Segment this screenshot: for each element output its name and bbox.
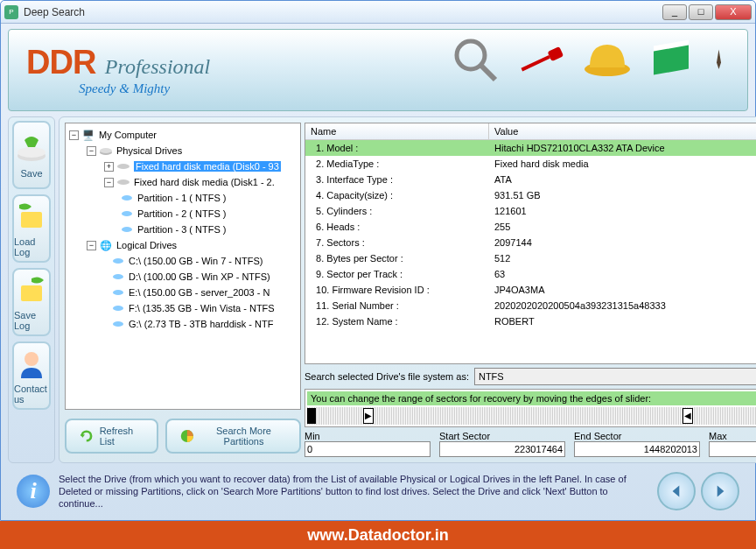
collapse-icon[interactable]: −	[87, 241, 96, 250]
pie-icon	[179, 427, 195, 445]
app-icon: P	[4, 5, 18, 19]
sidebar: Save Load Log Save Log Contact us	[8, 116, 55, 463]
maximize-button[interactable]: □	[689, 4, 713, 20]
minimize-button[interactable]: _	[662, 4, 687, 20]
property-row[interactable]: 8. Bytes per Sector :512	[305, 250, 756, 266]
property-row[interactable]: 11. Serial Number :2020202020200504a3932…	[305, 298, 756, 313]
partition-icon	[120, 193, 134, 203]
load-log-icon	[14, 200, 49, 235]
property-row[interactable]: 7. Sectors :2097144	[305, 235, 756, 250]
load-log-label: Load Log	[14, 236, 49, 257]
drive-icon	[111, 256, 125, 266]
tree-partition[interactable]: Partition - 3 ( NTFS )	[69, 222, 297, 237]
expand-icon[interactable]: +	[104, 162, 114, 172]
drive-tree[interactable]: −🖥️My Computer −Physical Drives +Fixed h…	[65, 123, 301, 410]
min-label: Min	[304, 431, 430, 441]
collapse-icon[interactable]: −	[87, 146, 96, 156]
save-icon	[14, 131, 49, 166]
save-button[interactable]: Save	[12, 121, 51, 189]
slider-min-thumb[interactable]	[307, 408, 316, 424]
property-row[interactable]: 3. Interface Type :ATA	[305, 172, 756, 187]
arrow-left-icon	[667, 482, 686, 501]
contact-us-button[interactable]: Contact us	[12, 341, 51, 410]
property-row[interactable]: 10. Firmware Revision ID :JP4OA3MA	[305, 282, 756, 298]
save-label: Save	[20, 168, 42, 179]
tree-physical[interactable]: −Physical Drives	[69, 143, 297, 158]
max-input[interactable]	[709, 441, 756, 457]
svg-point-20	[113, 274, 123, 279]
property-row[interactable]: 12. System Name :ROBERT	[305, 313, 756, 329]
drive-icon	[111, 287, 125, 298]
property-row[interactable]: 4. Capacity(size) :931.51 GB	[305, 187, 756, 203]
search-more-partitions-button[interactable]: Search More Partitions	[165, 419, 301, 454]
properties-table: Name Value 1. Model :Hitachi HDS721010CL…	[304, 123, 756, 364]
titlebar: P Deep Search _ □ X	[1, 1, 755, 24]
min-input[interactable]	[304, 441, 430, 457]
col-value[interactable]: Value	[489, 123, 756, 139]
book-icon	[647, 34, 699, 87]
save-log-button[interactable]: Save Log	[12, 268, 51, 336]
slider-end-thumb[interactable]: ◀	[682, 408, 693, 424]
tree-partition[interactable]: Partition - 1 ( NTFS )	[69, 190, 297, 206]
svg-rect-2	[521, 55, 550, 71]
next-button[interactable]	[701, 472, 739, 510]
hardhat-icon	[581, 34, 634, 87]
svg-point-15	[117, 179, 130, 185]
tree-root[interactable]: −🖥️My Computer	[69, 127, 297, 143]
tagline: Speedy & Mighty	[79, 81, 210, 96]
save-log-icon	[14, 273, 49, 308]
refresh-list-button[interactable]: Refresh List	[65, 419, 158, 454]
back-button[interactable]	[657, 472, 696, 510]
pen-icon	[712, 34, 738, 87]
sector-slider[interactable]: ▶ ◀	[307, 407, 756, 425]
tree-logical-drive[interactable]: C:\ (150.00 GB - Win 7 - NTFS)	[69, 253, 297, 269]
slider-start-thumb[interactable]: ▶	[363, 408, 374, 424]
end-sector-input[interactable]	[574, 441, 700, 457]
globe-icon: 🌐	[99, 240, 113, 250]
svg-point-8	[18, 147, 46, 158]
close-button[interactable]: X	[715, 4, 752, 20]
svg-line-1	[481, 66, 495, 80]
svg-point-14	[117, 164, 130, 169]
svg-point-17	[122, 211, 132, 216]
filesystem-select[interactable]: NTFS	[474, 368, 756, 385]
tree-logical-drive[interactable]: E:\ (150.00 GB - server_2003 - N	[69, 285, 297, 300]
info-icon: i	[17, 475, 50, 508]
collapse-icon[interactable]: −	[69, 130, 79, 140]
svg-rect-3	[548, 46, 564, 61]
computer-icon: 🖥️	[81, 130, 95, 140]
drive-icon	[111, 271, 125, 282]
svg-rect-10	[21, 285, 42, 301]
tree-logical-drive[interactable]: G:\ (2.73 TB - 3TB harddisk - NTF	[69, 316, 297, 332]
tree-disk1[interactable]: −Fixed hard disk media (Disk1 - 2.	[69, 174, 297, 190]
save-log-label: Save Log	[14, 310, 49, 331]
magnifier-icon	[450, 34, 502, 87]
svg-point-0	[457, 41, 485, 69]
search-more-label: Search More Partitions	[200, 426, 287, 447]
tree-logical-drive[interactable]: D:\ (100.00 GB - Win XP - NTFS)	[69, 269, 297, 285]
tree-logical-drive[interactable]: F:\ (135.35 GB - Win Vista - NTFS	[69, 300, 297, 316]
svg-point-18	[122, 227, 132, 232]
drives-icon	[99, 145, 113, 156]
tree-partition[interactable]: Partition - 2 ( NTFS )	[69, 206, 297, 222]
tree-disk0[interactable]: +Fixed hard disk media (Disk0 - 93	[69, 158, 297, 174]
svg-point-11	[24, 352, 38, 366]
property-row[interactable]: 6. Heads :255	[305, 219, 756, 235]
property-row[interactable]: 9. Sector per Track :63	[305, 266, 756, 282]
banner: DDR Professional Speedy & Mighty	[8, 29, 748, 111]
property-row[interactable]: 5. Cylinders :121601	[305, 203, 756, 219]
svg-point-19	[113, 258, 123, 264]
partition-icon	[120, 224, 134, 235]
col-name[interactable]: Name	[305, 123, 489, 139]
svg-point-16	[122, 195, 132, 201]
start-sector-input[interactable]	[439, 441, 565, 457]
property-row[interactable]: 2. MediaType :Fixed hard disk media	[305, 156, 756, 172]
svg-point-21	[113, 290, 123, 295]
brand-logo: DDR	[26, 44, 95, 81]
collapse-icon[interactable]: −	[104, 178, 114, 187]
svg-point-22	[113, 306, 123, 311]
slider-hint: You can change the range of sectors for …	[307, 391, 756, 405]
tree-logical[interactable]: −🌐Logical Drives	[69, 237, 297, 253]
property-row[interactable]: 1. Model :Hitachi HDS721010CLA332 ATA De…	[305, 140, 756, 156]
load-log-button[interactable]: Load Log	[12, 194, 51, 263]
